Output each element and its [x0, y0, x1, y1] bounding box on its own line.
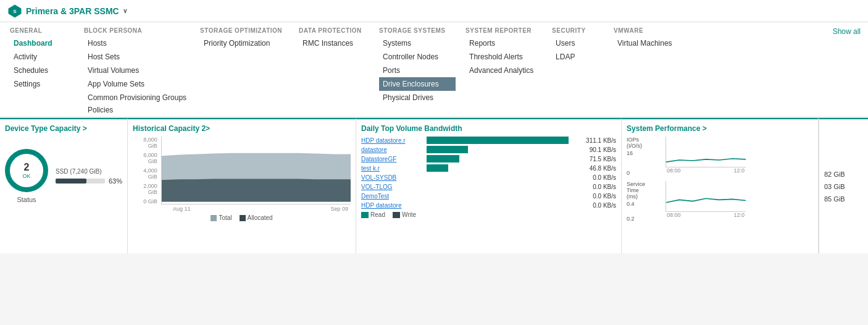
- legend-total-label: Total: [219, 214, 232, 221]
- logo-text: Primera & 3PAR SSMC: [26, 6, 119, 16]
- vol-name-6[interactable]: VOL-TLOG: [361, 184, 423, 190]
- nav-item-drive-enclosures[interactable]: Drive Enclosures: [379, 77, 456, 91]
- iops-chart-svg: [666, 137, 746, 167]
- dashboard: Device Type Capacity > 2 OK Status SSD (…: [0, 117, 868, 253]
- top-bar: S Primera & 3PAR SSMC ∨: [0, 0, 868, 22]
- iops-label: IOPs(I/O/s) 16 0: [627, 137, 661, 176]
- nav-wrapper: Show all GENERAL Dashboard Activity Sche…: [0, 22, 868, 117]
- logo-dropdown-arrow[interactable]: ∨: [123, 7, 127, 14]
- nav-item-threshold-alerts[interactable]: Threshold Alerts: [465, 50, 542, 64]
- service-time-label: ServiceTime(ms) 0.4 0.2: [627, 181, 661, 222]
- vol-bar-wrap-7: [427, 192, 572, 200]
- historical-chart-svg: [161, 137, 351, 205]
- vol-legend-read-label: Read: [370, 211, 385, 218]
- nav-item-ports[interactable]: Ports: [379, 64, 456, 77]
- device-type-capacity-title[interactable]: Device Type Capacity >: [5, 124, 87, 133]
- nav-item-priority-optimization[interactable]: Priority Optimization: [200, 36, 289, 50]
- nav-category-title-block-persona: BLOCK PERSONA: [84, 26, 190, 36]
- nav-item-rmc-instances[interactable]: RMC Instances: [299, 36, 369, 50]
- vol-row-hdp-datastore-r: HDP datastore.r 311.1 KB/s: [361, 137, 616, 144]
- nav-category-title-general: GENERAL: [10, 26, 74, 36]
- vol-val-6: 0.0 KB/s: [576, 184, 616, 190]
- status-label: Status: [17, 196, 36, 203]
- vol-row-vol-sysdb: VOL-SYSDB 0.0 KB/s: [361, 174, 616, 181]
- iops-chart-area: IOPs(I/O/s) 16 0 08:00 12:0: [627, 137, 813, 176]
- nav-menu: Show all GENERAL Dashboard Activity Sche…: [0, 22, 868, 117]
- vol-row-vol-tlog: VOL-TLOG 0.0 KB/s: [361, 183, 616, 190]
- legend-allocated: Allocated: [240, 214, 273, 221]
- nav-item-ldap[interactable]: LDAP: [552, 50, 604, 64]
- nav-categories: GENERAL Dashboard Activity Schedules Set…: [0, 26, 868, 117]
- x-label-sep09: Sep 09: [331, 206, 349, 212]
- nav-item-settings[interactable]: Settings: [10, 77, 74, 91]
- right-val-3: 85 GiB: [824, 195, 863, 203]
- nav-category-storage-optimization: STORAGE OPTIMIZATION Priority Optimizati…: [195, 26, 294, 117]
- nav-items-general: Dashboard Activity Schedules Settings: [10, 36, 74, 91]
- nav-item-virtual-machines[interactable]: Virtual Machines: [614, 36, 684, 50]
- nav-items-storage-systems: Systems Controller Nodes Ports Drive Enc…: [379, 36, 456, 104]
- vol-name-1[interactable]: HDP datastore.r: [361, 137, 423, 144]
- nav-category-system-reporter: SYSTEM REPORTER Reports Threshold Alerts…: [461, 26, 547, 117]
- vol-row-datastoregf: DatastoreGF 71.5 KB/s: [361, 155, 616, 162]
- nav-item-activity[interactable]: Activity: [10, 50, 74, 64]
- historical-capacity-title[interactable]: Historical Capacity 2>: [133, 124, 351, 133]
- nav-item-app-volume-sets[interactable]: App Volume Sets: [84, 77, 190, 91]
- hist-yaxis: 8,000 GiB 6,000 GiB 4,000 GiB 2,000 GiB …: [133, 137, 159, 205]
- nav-item-reports[interactable]: Reports: [465, 36, 542, 50]
- nav-item-host-sets[interactable]: Host Sets: [84, 50, 190, 64]
- nav-item-users[interactable]: Users: [552, 36, 604, 50]
- nav-item-schedules[interactable]: Schedules: [10, 64, 74, 77]
- nav-category-vmware: VMWARE Virtual Machines: [609, 26, 689, 117]
- donut-chart: 2 OK: [5, 149, 48, 192]
- nav-item-controller-nodes[interactable]: Controller Nodes: [379, 50, 456, 64]
- vol-bar-wrap-5: [427, 174, 572, 181]
- nav-category-title-storage-systems: STORAGE SYSTEMS: [379, 26, 456, 36]
- vol-name-5[interactable]: VOL-SYSDB: [361, 174, 423, 181]
- nav-items-storage-optimization: Priority Optimization: [200, 36, 289, 50]
- logo-area[interactable]: S Primera & 3PAR SSMC ∨: [7, 4, 127, 19]
- nav-category-title-storage-optimization: STORAGE OPTIMIZATION: [200, 26, 289, 36]
- ssd-bar-wrap: 63%: [56, 177, 122, 185]
- right-val-2: 03 GiB: [824, 183, 863, 190]
- nav-item-common-provisioning-groups[interactable]: Common Provisioning Groups: [84, 91, 190, 103]
- hist-legend: Total Allocated: [133, 214, 351, 221]
- vol-legend-write-label: Write: [402, 211, 416, 218]
- nav-item-physical-drives[interactable]: Physical Drives: [379, 91, 456, 104]
- nav-item-hosts[interactable]: Hosts: [84, 36, 190, 50]
- logo-icon: S: [7, 4, 22, 19]
- right-partial-panel: 82 GiB 03 GiB 85 GiB: [819, 118, 868, 253]
- ssd-bar: [56, 179, 105, 184]
- donut-label: OK: [22, 173, 30, 179]
- daily-top-volume-title[interactable]: Daily Top Volume Bandwidth: [361, 124, 616, 133]
- system-performance-title[interactable]: System Performance >: [627, 124, 813, 133]
- show-all-button[interactable]: Show all: [833, 27, 861, 36]
- vol-row-test-kr: test k.r 46.8 KB/s: [361, 164, 616, 172]
- vol-bar-wrap-4: [427, 164, 572, 172]
- nav-item-virtual-volumes[interactable]: Virtual Volumes: [84, 64, 190, 77]
- vol-name-8[interactable]: HDP datastore: [361, 202, 423, 209]
- legend-total: Total: [211, 214, 232, 221]
- nav-item-dashboard[interactable]: Dashboard: [10, 36, 74, 50]
- perf-charts: IOPs(I/O/s) 16 0 08:00 12:0 ServiceTim: [627, 137, 813, 222]
- vol-name-4[interactable]: test k.r: [361, 165, 423, 172]
- vol-bar-wrap-3: [427, 155, 572, 162]
- vol-name-2[interactable]: datastore: [361, 146, 423, 153]
- nav-item-policies[interactable]: Policies: [84, 103, 190, 117]
- nav-category-security: SECURITY Users LDAP: [547, 26, 609, 117]
- vol-val-4: 46.8 KB/s: [576, 165, 616, 172]
- nav-category-block-persona: BLOCK PERSONA Hosts Host Sets Virtual Vo…: [79, 26, 195, 117]
- vol-rows: HDP datastore.r 311.1 KB/s datastore 90.…: [361, 137, 616, 209]
- nav-category-storage-systems: STORAGE SYSTEMS Systems Controller Nodes…: [374, 26, 461, 117]
- ssd-label: SSD (7,240 GiB): [56, 168, 122, 175]
- legend-allocated-label: Allocated: [248, 214, 273, 221]
- vol-name-7[interactable]: DemoTest: [361, 193, 423, 200]
- nav-item-advanced-analytics[interactable]: Advanced Analytics: [465, 64, 542, 77]
- nav-category-title-data-protection: DATA PROTECTION: [299, 26, 369, 36]
- vol-name-3[interactable]: DatastoreGF: [361, 156, 423, 162]
- y-label-2000: 2,000 GiB: [133, 183, 157, 195]
- svg-marker-3: [162, 179, 351, 202]
- legend-total-box: [211, 215, 217, 221]
- nav-item-systems[interactable]: Systems: [379, 36, 456, 50]
- vol-bar-read-2: [427, 146, 468, 153]
- hist-chart: 8,000 GiB 6,000 GiB 4,000 GiB 2,000 GiB …: [133, 137, 351, 221]
